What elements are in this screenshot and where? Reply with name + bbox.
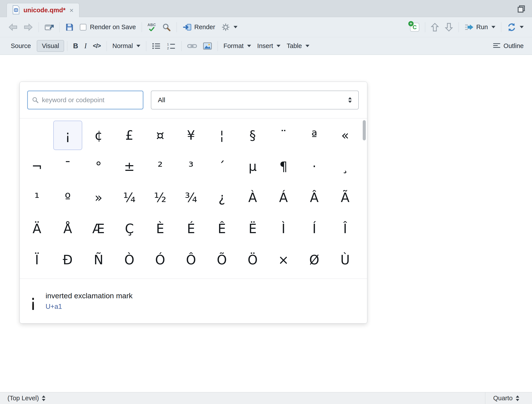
next-chunk-button[interactable] — [442, 21, 456, 33]
symbol-cell[interactable]: Á — [269, 183, 298, 212]
symbol-cell[interactable]: Ð — [53, 245, 82, 275]
symbol-cell[interactable]: º — [53, 183, 82, 212]
symbol-cell[interactable]: Æ — [84, 214, 113, 243]
symbol-cell[interactable]: · — [300, 152, 329, 181]
render-button[interactable]: Render — [180, 21, 218, 33]
symbol-cell[interactable]: ¬ — [22, 152, 51, 181]
symbol-cell[interactable]: Ë — [238, 214, 267, 243]
symbol-cell[interactable]: » — [84, 183, 113, 212]
format-dropdown-label: Format — [223, 42, 244, 50]
forward-button[interactable] — [21, 21, 36, 33]
symbol-cell[interactable]: Î — [330, 214, 360, 243]
symbol-cell[interactable]: Ö — [238, 245, 267, 275]
symbol-cell[interactable]: È — [146, 214, 175, 243]
symbol-cell[interactable]: ¼ — [115, 183, 144, 212]
symbol-cell[interactable]: Ø — [300, 245, 329, 275]
symbol-cell[interactable]: ± — [115, 152, 144, 181]
symbol-cell[interactable]: ¤ — [146, 121, 175, 150]
symbol-cell[interactable]: Í — [300, 214, 329, 243]
symbol-cell[interactable]: ¢ — [84, 121, 113, 150]
render-on-save-toggle[interactable]: Render on Save — [77, 24, 139, 31]
spellcheck-button[interactable]: ABC — [145, 21, 158, 33]
symbol-cell[interactable]: ¯ — [53, 152, 82, 181]
symbol-cell[interactable]: Å — [53, 214, 82, 243]
symbol-cell[interactable]: × — [269, 245, 298, 275]
save-button[interactable] — [63, 21, 76, 33]
open-in-new-window-icon — [44, 23, 54, 31]
symbol-cell[interactable]: Ç — [115, 214, 144, 243]
code-button[interactable]: </> — [90, 41, 103, 51]
symbol-cell[interactable]: Ò — [115, 245, 144, 275]
symbol-cell[interactable]: ´ — [207, 152, 236, 181]
symbol-cell[interactable]: ¨ — [269, 121, 298, 150]
bullet-list-button[interactable] — [149, 41, 163, 51]
format-dropdown[interactable]: Format — [221, 41, 254, 51]
render-on-save-checkbox[interactable] — [80, 24, 86, 31]
editor-surface[interactable]: All ¡¢£¤¥¦§¨ª«¬¯°±²³´µ¶·¸¹º»¼½¾¿ÀÁÂÃÄÅÆÇ… — [0, 55, 532, 392]
italic-button[interactable]: I — [82, 40, 89, 52]
run-button[interactable]: Run — [462, 22, 498, 33]
render-settings-button[interactable] — [219, 21, 240, 33]
symbol-cell[interactable]: Ì — [269, 214, 298, 243]
symbol-cell[interactable]: Ä — [22, 214, 51, 243]
symbol-cell[interactable]: Â — [300, 183, 329, 212]
maximize-button[interactable] — [517, 5, 526, 14]
symbol-cell[interactable] — [22, 121, 51, 150]
insert-chunk-button[interactable]: C + — [407, 21, 422, 33]
symbol-cell[interactable]: Ô — [177, 245, 206, 275]
insert-dropdown[interactable]: Insert — [255, 41, 283, 51]
symbol-cell[interactable]: À — [238, 183, 267, 212]
status-bar: (Top Level) Quarto — [0, 392, 532, 404]
symbol-cell[interactable]: Ñ — [84, 245, 113, 275]
image-button[interactable] — [200, 41, 215, 51]
visual-mode-button[interactable]: Visual — [37, 40, 64, 52]
symbol-cell[interactable]: ¹ — [22, 183, 51, 212]
scope-spinner-icon — [42, 395, 45, 401]
grid-scrollbar-thumb[interactable] — [363, 120, 366, 140]
symbol-cell[interactable]: Ï — [22, 245, 51, 275]
symbol-cell[interactable]: É — [177, 214, 206, 243]
link-button[interactable] — [185, 41, 200, 51]
table-dropdown[interactable]: Table — [284, 41, 312, 51]
bold-button[interactable]: B — [70, 40, 81, 52]
symbol-cell[interactable]: ª — [300, 121, 329, 150]
paragraph-style-dropdown[interactable]: Normal — [110, 41, 143, 51]
symbol-cell[interactable]: ¡ — [53, 121, 82, 150]
status-bar-right: Quarto — [485, 392, 532, 404]
grid-scrollbar[interactable] — [363, 120, 366, 277]
tab-unicode-qmd[interactable]: unicode.qmd* × — [6, 3, 79, 17]
tab-close-icon[interactable]: × — [69, 7, 74, 14]
source-menu-button[interactable] — [504, 21, 526, 34]
find-button[interactable] — [159, 21, 173, 33]
symbol-cell[interactable]: Ó — [146, 245, 175, 275]
open-in-new-window-button[interactable] — [42, 21, 56, 33]
back-button[interactable] — [6, 21, 20, 33]
symbol-cell[interactable]: Õ — [207, 245, 236, 275]
symbol-cell[interactable]: ¾ — [177, 183, 206, 212]
symbol-cell[interactable]: ¦ — [207, 121, 236, 150]
outline-toggle[interactable]: Outline — [490, 41, 526, 51]
source-mode-button[interactable]: Source — [6, 40, 36, 52]
symbol-search-input[interactable] — [41, 96, 139, 104]
symbol-cell[interactable]: µ — [238, 152, 267, 181]
symbol-cell[interactable]: Ã — [330, 183, 360, 212]
symbol-cell[interactable]: « — [330, 121, 360, 150]
symbol-cell[interactable]: ¥ — [177, 121, 206, 150]
previous-chunk-button[interactable] — [428, 21, 441, 33]
symbol-cell[interactable]: § — [238, 121, 267, 150]
symbol-cell[interactable]: £ — [115, 121, 144, 150]
editor-mode-label: Quarto — [493, 395, 513, 402]
scope-selector[interactable]: (Top Level) — [6, 394, 47, 402]
symbol-cell[interactable]: ¿ — [207, 183, 236, 212]
symbol-cell[interactable]: Ù — [330, 245, 360, 275]
numbered-list-button[interactable]: 1 2 — [164, 41, 178, 51]
symbol-cell[interactable]: ¸ — [330, 152, 360, 181]
symbol-cell[interactable]: ¶ — [269, 152, 298, 181]
symbol-category-select[interactable]: All — [151, 91, 359, 109]
symbol-cell[interactable]: ² — [146, 152, 175, 181]
editor-mode-selector[interactable]: Quarto — [492, 394, 521, 402]
symbol-cell[interactable]: ° — [84, 152, 113, 181]
symbol-cell[interactable]: Ê — [207, 214, 236, 243]
symbol-cell[interactable]: ½ — [146, 183, 175, 212]
symbol-cell[interactable]: ³ — [177, 152, 206, 181]
